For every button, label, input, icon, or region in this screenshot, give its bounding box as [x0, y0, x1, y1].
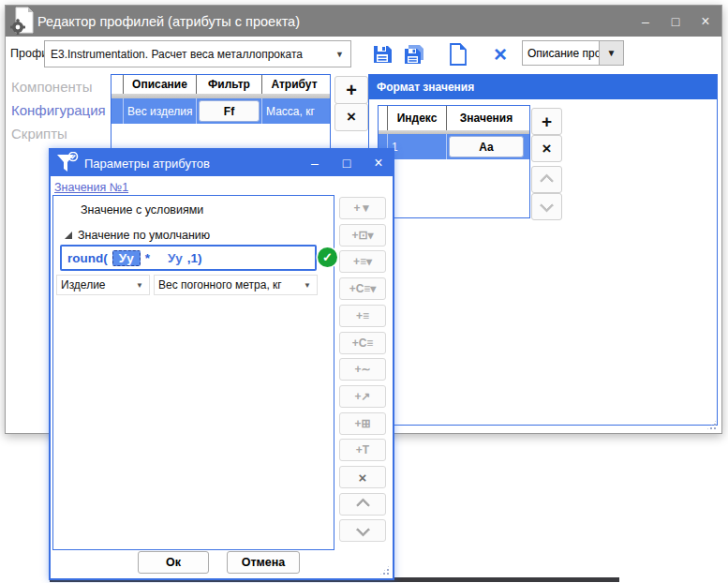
object-combobox[interactable]: Изделие ▼ [56, 275, 150, 295]
formula-function[interactable]: round( [67, 251, 108, 265]
move-format-up-button[interactable] [531, 166, 562, 193]
chevron-down-icon[interactable]: ▼ [329, 50, 350, 59]
ok-button[interactable]: Ок [138, 551, 209, 574]
cell-description[interactable]: Вес изделия [124, 98, 197, 124]
attribute-combobox-value: Вес погонного метра, кг [155, 278, 298, 292]
move-format-down-button[interactable] [531, 193, 562, 220]
format-panel: Формат значения Индекс Значения 1 Aa + × [368, 74, 718, 426]
formula-editor[interactable]: round( Уу * Уу ,1) [60, 245, 317, 271]
chevron-down-icon[interactable]: ▼ [599, 40, 624, 66]
add-filtered-list-button[interactable]: +≡▾ [339, 250, 386, 273]
column-header-values[interactable]: Значения [447, 106, 526, 130]
attribute-combobox[interactable]: Вес погонного метра, кг ▼ [154, 275, 318, 295]
row-selector[interactable] [111, 98, 124, 124]
new-document-icon[interactable] [444, 41, 470, 67]
sidebar-item-active[interactable]: Конфигурация [9, 98, 106, 122]
cancel-button[interactable]: Отмена [227, 551, 300, 574]
dialog-title-bar[interactable]: Параметры атрибутов – □ × [51, 150, 393, 176]
row-selector-header [379, 106, 388, 130]
table-row[interactable]: 1 Aa [379, 134, 529, 159]
save-icon[interactable] [369, 41, 395, 67]
window-title: Редактор профилей (атрибуты с проекта) [37, 14, 300, 29]
maximize-button[interactable]: □ [667, 14, 684, 29]
cell-attribute[interactable]: Масса, кг [262, 98, 326, 124]
formula-argument[interactable]: Уу [168, 251, 183, 265]
cell-value[interactable]: Aa [447, 134, 526, 159]
description-combobox[interactable]: Описание профиля: ▼ [522, 40, 624, 66]
save-all-icon[interactable] [401, 41, 427, 67]
sidebar-item-inactive[interactable]: Скрипты [9, 122, 106, 145]
add-combined-list-button[interactable]: +C≡ [339, 332, 386, 354]
delete-format-button[interactable]: × [531, 135, 562, 162]
value-format-button[interactable]: Aa [449, 136, 524, 157]
chevron-down-icon[interactable]: ▼ [298, 281, 317, 290]
expander-expanded-icon[interactable] [65, 232, 72, 239]
table-row[interactable]: Вес изделия Ff Масса, кг [111, 98, 330, 124]
add-table-button[interactable]: +⊞ [339, 412, 386, 435]
add-format-button[interactable]: + [531, 108, 562, 135]
column-header-attribute[interactable]: Атрибут [262, 75, 326, 94]
cell-filter[interactable]: Ff [197, 98, 262, 124]
maximize-button[interactable]: □ [338, 156, 355, 171]
filter-style-button[interactable]: Ff [199, 100, 260, 122]
add-filter-button[interactable]: +▼ [339, 197, 386, 219]
values-link[interactable]: Значения №1 [54, 181, 128, 194]
attribute-parameters-dialog: Параметры атрибутов – □ × Значения №1 Зн… [49, 148, 394, 580]
delete-value-button[interactable]: × [339, 466, 386, 488]
add-reference-button[interactable]: +⊡▾ [339, 224, 386, 247]
add-combined-filtered-list-button[interactable]: +C≡▾ [339, 277, 386, 300]
minimize-button[interactable]: – [306, 156, 323, 171]
add-formula-button[interactable]: +∼ [339, 358, 386, 381]
add-pointer-button[interactable]: +↗ [339, 385, 386, 408]
formula-valid-icon: ✓ [318, 247, 337, 267]
column-header-index[interactable]: Индекс [388, 106, 447, 130]
minimize-button[interactable]: – [637, 14, 654, 29]
chevron-down-icon [355, 522, 370, 537]
tree-item-conditional-value[interactable]: Значение с условиями [81, 203, 203, 217]
move-down-button[interactable] [339, 519, 386, 542]
row-selector-header [111, 75, 124, 94]
column-header-filter[interactable]: Фильтр [197, 75, 262, 94]
column-header-description[interactable]: Описание [124, 75, 197, 94]
add-attribute-button[interactable]: + [334, 76, 368, 104]
title-bar[interactable]: Редактор профилей (атрибуты с проекта) –… [6, 6, 721, 37]
profile-combobox-value: E3.Instrumentation. Расчет веса металлоп… [45, 48, 329, 61]
move-up-button[interactable] [339, 493, 386, 516]
tree-item-default-value[interactable]: Значение по умолчанию [65, 229, 210, 242]
dialog-title: Параметры атрибутов [84, 157, 210, 171]
profile-combobox[interactable]: E3.Instrumentation. Расчет веса металлоп… [44, 40, 351, 67]
format-panel-title: Формат значения [369, 75, 717, 99]
dialog-resize-grip[interactable] [379, 564, 391, 576]
chevron-up-icon [355, 498, 370, 513]
sidebar-item-inactive[interactable]: Компоненты [9, 75, 106, 98]
chevron-down-icon[interactable]: ▼ [130, 281, 149, 290]
formula-operator[interactable]: * [145, 251, 150, 265]
formula-argument-selected[interactable]: Уу [112, 250, 141, 266]
cell-index[interactable]: 1 [388, 134, 447, 159]
add-list-button[interactable]: +≡ [339, 305, 386, 327]
object-combobox-value: Изделие [57, 278, 130, 292]
format-table: Индекс Значения 1 Aa [378, 105, 530, 218]
add-text-button[interactable]: +T [339, 439, 386, 461]
sidebar: КомпонентыКонфигурацияСкрипты [9, 75, 106, 145]
description-combobox-value[interactable]: Описание профиля: [522, 40, 599, 66]
close-button[interactable]: × [370, 155, 387, 172]
chevron-up-icon [540, 173, 555, 188]
close-button[interactable]: × [697, 13, 714, 30]
chevron-down-icon [540, 198, 555, 213]
delete-cross-icon[interactable]: × [487, 41, 513, 67]
app-document-gear-icon [10, 7, 37, 39]
filter-check-icon [55, 152, 80, 179]
delete-attribute-button[interactable]: × [334, 103, 368, 131]
formula-tail[interactable]: ,1) [187, 251, 202, 265]
